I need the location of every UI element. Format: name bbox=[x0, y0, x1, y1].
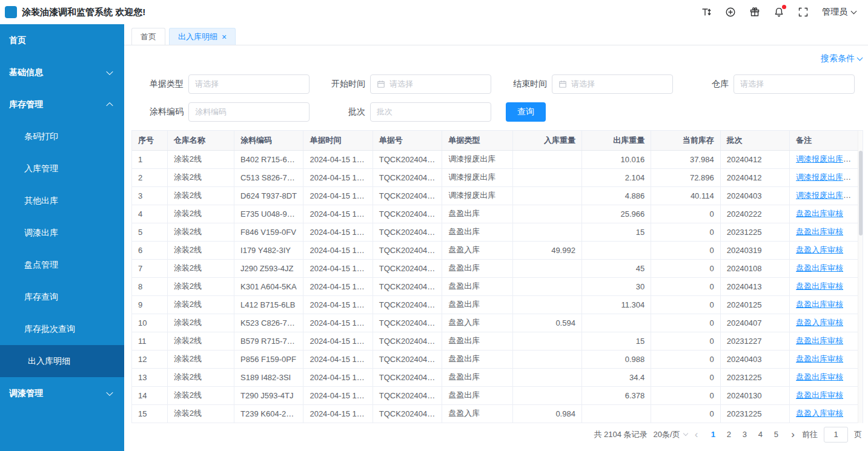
table-cell[interactable]: 盘盈入库审核 bbox=[790, 404, 863, 423]
table-row: 4涂装2线E735 U048-9EU2024-04-15 14:...TQCK2… bbox=[132, 205, 863, 223]
vertical-scrollbar[interactable] bbox=[858, 131, 863, 423]
table-cell[interactable]: 盘盈入库审核 bbox=[790, 314, 863, 332]
table-cell: 2024-04-15 14:... bbox=[303, 295, 373, 314]
table-cell: 0 bbox=[651, 332, 720, 350]
sidebar-item[interactable]: 库存查询 bbox=[0, 281, 124, 313]
search-conditions-toggle[interactable]: 搜索条件 bbox=[821, 53, 862, 65]
sidebar-item[interactable]: 入库管理 bbox=[0, 153, 124, 185]
filter-row: 涂料编码 涂料编码 批次 批次 查询 bbox=[136, 102, 863, 122]
table-cell[interactable]: 调漆报废出库审核 bbox=[790, 186, 863, 205]
remark-link[interactable]: 盘盈出库审核 bbox=[796, 300, 843, 309]
bell-icon[interactable] bbox=[774, 7, 784, 18]
sidebar-item[interactable]: 调漆管理 bbox=[0, 377, 124, 409]
remark-link[interactable]: 盘盈出库审核 bbox=[796, 372, 843, 381]
scrollbar-thumb[interactable] bbox=[859, 151, 863, 235]
next-page-button[interactable]: › bbox=[790, 429, 796, 439]
table-cell[interactable]: 盘盈出库审核 bbox=[790, 277, 863, 295]
table-cell[interactable]: 盘盈出库审核 bbox=[790, 386, 863, 404]
table-cell: 20240222 bbox=[720, 205, 789, 223]
table-cell: 盘盈出库 bbox=[442, 295, 512, 314]
fullscreen-icon[interactable] bbox=[798, 7, 809, 18]
end-date-picker[interactable]: 请选择 bbox=[552, 74, 673, 94]
goto-page-input[interactable] bbox=[824, 427, 848, 443]
plus-circle-icon[interactable] bbox=[725, 7, 736, 18]
remark-link[interactable]: 盘盈出库审核 bbox=[796, 354, 843, 363]
page-number[interactable]: 3 bbox=[737, 430, 752, 439]
remark-link[interactable]: 盘盈入库审核 bbox=[796, 318, 843, 327]
page-number[interactable]: 2 bbox=[721, 430, 737, 439]
table-cell[interactable]: 盘盈出库审核 bbox=[790, 332, 863, 350]
start-date-picker[interactable]: 请选择 bbox=[370, 74, 491, 94]
table-cell[interactable]: 调漆报废出库审核 bbox=[790, 150, 863, 168]
table-cell[interactable]: 调漆报废出库审核 bbox=[790, 168, 863, 186]
table-cell[interactable]: 盘盈入库审核 bbox=[790, 241, 863, 259]
table-cell bbox=[512, 259, 581, 277]
warehouse-select[interactable]: 请选择 bbox=[734, 74, 855, 94]
tab-active[interactable]: 出入库明细× bbox=[169, 28, 236, 45]
query-button[interactable]: 查询 bbox=[506, 102, 546, 122]
sidebar-item-label: 库存管理 bbox=[9, 99, 43, 109]
table-cell: L412 B715-6LB bbox=[234, 295, 303, 314]
filter-panel: 单据类型 请选择 开始时间 请选择 结束时间 请选择 仓 bbox=[124, 65, 868, 122]
table-cell: 20240407 bbox=[720, 314, 789, 332]
table-cell[interactable]: 盘盈出库审核 bbox=[790, 295, 863, 314]
remark-link[interactable]: 盘盈出库审核 bbox=[796, 281, 843, 291]
table-cell: 45 bbox=[581, 259, 651, 277]
table-cell: E735 U048-9EU bbox=[234, 205, 303, 223]
sidebar-item[interactable]: 其他出库 bbox=[0, 185, 124, 217]
gift-icon[interactable] bbox=[749, 7, 760, 18]
page-number[interactable]: 5 bbox=[768, 430, 784, 439]
sidebar-item[interactable]: 盘点管理 bbox=[0, 249, 124, 281]
table-cell[interactable]: 盘盈出库审核 bbox=[790, 205, 863, 223]
sidebar-item[interactable]: 条码打印 bbox=[0, 120, 124, 153]
remark-link[interactable]: 调漆报废出库审核 bbox=[796, 173, 859, 182]
paint-code-input[interactable]: 涂料编码 bbox=[188, 102, 310, 122]
table-cell: 盘盈出库 bbox=[442, 223, 512, 241]
remark-link[interactable]: 盘盈出库审核 bbox=[796, 209, 843, 218]
table-cell[interactable]: 盘盈出库审核 bbox=[790, 368, 863, 386]
goto-suffix: 页 bbox=[854, 429, 862, 440]
remark-link[interactable]: 调漆报废出库审核 bbox=[796, 191, 859, 200]
filter-row: 单据类型 请选择 开始时间 请选择 结束时间 请选择 仓 bbox=[136, 74, 863, 94]
sidebar-item-active[interactable]: 出入库明细 bbox=[0, 345, 124, 377]
remark-link[interactable]: 盘盈出库审核 bbox=[796, 263, 843, 272]
table-cell: 盘盈出库 bbox=[442, 368, 512, 386]
table-row: 1涂装2线B402 R715-6BR2024-04-15 15:...TQCK2… bbox=[132, 150, 863, 168]
remark-link[interactable]: 调漆报废出库审核 bbox=[796, 154, 859, 163]
remark-link[interactable]: 盘盈出库审核 bbox=[796, 390, 843, 400]
table-cell[interactable]: 盘盈出库审核 bbox=[790, 259, 863, 277]
batch-input[interactable]: 批次 bbox=[370, 102, 491, 122]
table-cell: B402 R715-6BR bbox=[234, 150, 303, 168]
table-cell: S189 I482-3SI bbox=[234, 368, 303, 386]
table-cell[interactable]: 盘盈出库审核 bbox=[790, 223, 863, 241]
remark-link[interactable]: 盘盈出库审核 bbox=[796, 336, 843, 345]
user-menu[interactable]: 管理员 bbox=[822, 7, 856, 18]
page-number[interactable]: 1 bbox=[705, 430, 721, 439]
document-type-select[interactable]: 请选择 bbox=[188, 74, 310, 94]
table-cell: TQCK2024041.... bbox=[373, 350, 442, 368]
prev-page-button[interactable]: ‹ bbox=[694, 429, 700, 439]
table-cell[interactable]: 盘盈出库审核 bbox=[790, 350, 863, 368]
table-cell: 12 bbox=[132, 350, 167, 368]
table-cell: TQCK2024041.... bbox=[373, 295, 442, 314]
remark-link[interactable]: 盘盈出库审核 bbox=[796, 227, 843, 236]
sidebar-item[interactable]: 调漆出库 bbox=[0, 217, 124, 249]
table-cell: 盘盈出库 bbox=[442, 205, 512, 223]
remark-link[interactable]: 盘盈入库审核 bbox=[796, 409, 843, 418]
sidebar-item[interactable]: 首页 bbox=[0, 24, 124, 56]
table-cell: 0 bbox=[651, 241, 720, 259]
tab-item[interactable]: 首页 bbox=[131, 28, 165, 45]
page-size-select[interactable]: 20条/页 bbox=[654, 429, 687, 440]
table-header-row: 序号仓库名称涂料编码单据时间单据号单据类型入库重量出库重量当前库存批次备注 bbox=[132, 131, 863, 150]
sidebar-item[interactable]: 基础信息 bbox=[0, 56, 124, 88]
table-cell bbox=[512, 205, 581, 223]
table-cell: J290 Z593-4JZ bbox=[234, 259, 303, 277]
font-size-icon[interactable] bbox=[701, 7, 712, 18]
sidebar-item[interactable]: 库存批次查询 bbox=[0, 313, 124, 345]
close-icon[interactable]: × bbox=[222, 33, 227, 41]
page-number[interactable]: 4 bbox=[752, 430, 768, 439]
table-cell: TQCK2024041.... bbox=[373, 314, 442, 332]
remark-link[interactable]: 盘盈入库审核 bbox=[796, 245, 843, 254]
table-cell: 2024-04-15 14:... bbox=[303, 241, 373, 259]
sidebar-item[interactable]: 库存管理 bbox=[0, 88, 124, 120]
